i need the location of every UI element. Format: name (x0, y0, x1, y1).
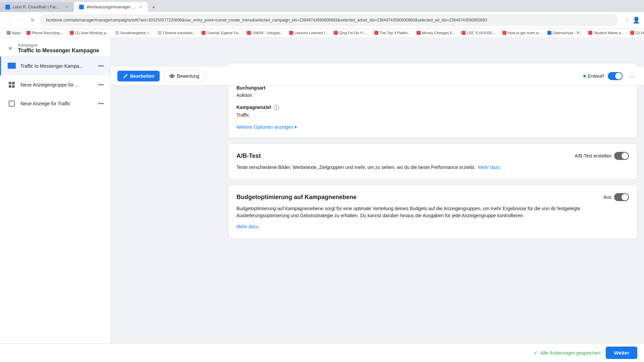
tab-facebook[interactable]: Leon R. Chaudhari | Facebook ✕ (0, 2, 74, 12)
bookmark-favicon-lessons (289, 31, 293, 35)
entwurf-label: Entwurf (588, 73, 604, 79)
sidebar-item-label-3: Neue Anzeige für Traffic (20, 101, 94, 106)
url-bar[interactable]: facebook.com/adsmanager/manage/campaigns… (40, 15, 618, 25)
bookmark-favicon-tutorial (202, 31, 206, 35)
entwurf-toggle[interactable] (608, 72, 623, 80)
sidebar-item-anzeigengruppe[interactable]: Neue Anzeigengruppe für ... ••• (0, 75, 110, 94)
sidebar-item-anzeige[interactable]: Neue Anzeige für Traffic ••• (0, 94, 110, 113)
bookmark-how-add[interactable]: (2) How To Add A... (628, 30, 644, 36)
sidebar-item-menu-1[interactable]: ••• (97, 62, 105, 70)
ab-test-toggle[interactable] (614, 152, 629, 160)
grid-icon (6, 79, 17, 90)
check-icon: ✓ (533, 350, 538, 356)
bookmark-favicon-top3 (374, 31, 378, 35)
sidebar-header: ✕ Kampagne Traffic to Messenger Kampagne (0, 38, 110, 57)
sidebar: ✕ Kampagne Traffic to Messenger Kampagne… (0, 38, 111, 362)
close-button[interactable]: ✕ (5, 44, 15, 53)
top-bar-right: Entwurf ⋯ (583, 71, 637, 81)
buchungsart-value: Auktion (236, 93, 629, 98)
bookmark-lessons[interactable]: Lessons Learned f... (286, 30, 331, 36)
bookmark-apps[interactable]: Apps (4, 30, 23, 36)
sidebar-item-label-2: Neue Anzeigengruppe für ... (20, 82, 94, 87)
bottom-bar: ✓ Alle Änderungen gespeichert Weiter (0, 343, 644, 362)
bookmark-student[interactable]: Student Wants a... (586, 30, 627, 36)
buchungsart-field: Buchungsart Auktion (236, 85, 629, 98)
bookmarks-bar: Apps Phone Recycling-... (1) How Working… (0, 28, 644, 38)
bookmark-qing[interactable]: Qing Fei De Yi -... (331, 30, 371, 36)
forward-button[interactable]: → (16, 15, 25, 25)
reload-button[interactable]: ↻ (28, 15, 38, 25)
weitere-optionen-link[interactable]: Weitere Optionen anzeigen ▾ (236, 124, 297, 130)
tab-werbeanzeigenmanager[interactable]: Werbeanzeigenmanager - We... ✕ (74, 2, 148, 12)
bookmark-phone[interactable]: Phone Recycling-... (24, 30, 66, 36)
chevron-down-icon: ▾ (294, 124, 297, 130)
bookmark-label-qing: Qing Fei De Yi -... (339, 31, 368, 35)
svg-rect-1 (8, 64, 16, 69)
ab-test-title: A/B-Test (236, 153, 261, 160)
bookmark-tutorial[interactable]: Tutorial: Eigene Fa... (199, 30, 244, 36)
bewertung-label: Bewertung (177, 73, 199, 79)
bookmark-how-working[interactable]: (1) How Working a... (67, 30, 111, 36)
edit-icon (123, 73, 128, 79)
url-text: facebook.com/adsmanager/manage/campaigns… (46, 18, 487, 22)
bookmark-how-more[interactable]: How to get more w... (500, 30, 544, 36)
square-icon (6, 98, 17, 109)
ab-test-mehr-dazu-link[interactable]: Mehr dazu (478, 164, 500, 171)
bookmark-favicon-chinese (158, 31, 162, 35)
browser-toolbar: ← → ↻ facebook.com/adsmanager/manage/cam… (0, 12, 644, 28)
back-button[interactable]: ← (4, 15, 13, 25)
sidebar-item-menu-3[interactable]: ••• (97, 100, 105, 108)
bookmark-chinese[interactable]: Chinese translatio... (155, 30, 198, 36)
sidebar-item-traffic-kampagne[interactable]: Traffic to Messenger Kampa... ••• (0, 57, 110, 75)
budget-toggle[interactable] (614, 193, 629, 201)
bookmark-money[interactable]: Money Changes E... (414, 30, 458, 36)
bookmark-favicon-how (70, 31, 74, 35)
top-bar: Bearbeiten Bewertung Entwurf ⋯ (111, 67, 644, 85)
bearbeiten-button[interactable]: Bearbeiten (117, 71, 160, 81)
bookmark-lee[interactable]: LEE 'S HOUSE-... (459, 30, 499, 36)
ab-test-body: Teste verschiedene Bilder, Werbetexte, Z… (236, 164, 629, 171)
ab-test-card: A/B-Test A/B-Test erstellen Teste versch… (228, 143, 637, 179)
tab-close-2[interactable]: ✕ (139, 5, 142, 9)
tab-close-1[interactable]: ✕ (65, 5, 68, 9)
budget-mehr-dazu-link[interactable]: Mehr dazu (236, 223, 259, 230)
bookmark-datenschutz[interactable]: Datenschutz - R... (545, 30, 585, 36)
bookmark-label-tutorial: Tutorial: Eigene Fa... (207, 31, 241, 35)
bearbeiten-label: Bearbeiten (130, 73, 154, 79)
budget-title: Budgetoptimierung auf Kampagnenebene (236, 194, 357, 201)
bookmark-favicon-lee (462, 31, 466, 35)
tab-favicon-1 (5, 5, 10, 9)
kampagnenziel-info-icon[interactable]: i (274, 105, 279, 110)
bookmark-sonderangebot[interactable]: Sonderangebot: i... (112, 30, 154, 36)
bookmark-gmsn[interactable]: GMSN - Vologds... (244, 30, 285, 36)
budget-body: Budgetoptimierung auf Kampagnenebene sor… (236, 205, 629, 230)
bookmark-favicon-how-more (502, 31, 506, 35)
tab-title-2: Werbeanzeigenmanager - We... (87, 5, 137, 9)
bookmark-favicon-daten (547, 31, 551, 35)
budget-card: Budgetoptimierung auf Kampagnenebene Aus… (228, 185, 637, 239)
entwurf-badge: Entwurf (583, 73, 604, 79)
sidebar-item-menu-2[interactable]: ••• (97, 81, 105, 89)
eye-icon (169, 73, 175, 79)
bookmark-top3[interactable]: The Top 3 Platfor... (372, 30, 413, 36)
kampagnenziel-field: Kampagnenziel i Traffic (236, 105, 629, 118)
browser-tabs: Leon R. Chaudhari | Facebook ✕ Werbeanze… (0, 0, 644, 12)
bewertung-button[interactable]: Bewertung (164, 70, 205, 82)
bookmark-label-student: Student Wants a... (594, 31, 624, 35)
bookmark-label-gmsn: GMSN - Vologds... (252, 31, 283, 35)
folder-icon (6, 61, 17, 71)
more-options-button[interactable]: ⋯ (627, 71, 637, 81)
kampagne-title: Traffic to Messenger Kampagne (18, 48, 99, 54)
ab-test-header: A/B-Test A/B-Test erstellen (236, 152, 629, 160)
bookmark-favicon-sonder (115, 31, 119, 35)
extensions-icon[interactable]: ⋮ (623, 16, 631, 24)
kampagnenziel-value: Traffic (236, 112, 629, 118)
sidebar-item-label-1: Traffic to Messenger Kampa... (20, 63, 94, 69)
new-tab-button[interactable]: + (149, 3, 158, 12)
profile-icon[interactable]: 👤 (633, 16, 640, 24)
bookmark-favicon-gmsn (247, 31, 251, 35)
browser-chrome: Leon R. Chaudhari | Facebook ✕ Werbeanze… (0, 0, 644, 38)
bookmark-label-sonder: Sonderangebot: i... (120, 31, 152, 35)
weiter-button[interactable]: Weiter (606, 347, 637, 359)
budget-toggle-label: Aus (603, 194, 611, 200)
